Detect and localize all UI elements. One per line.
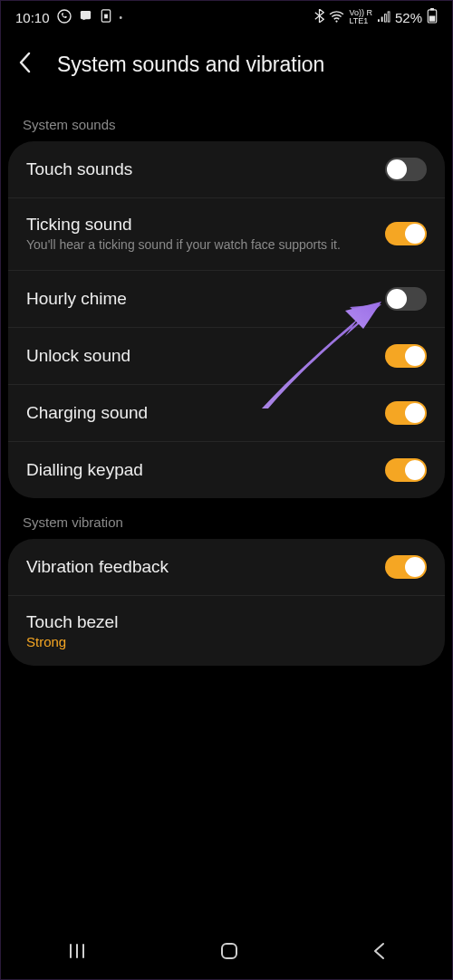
row-vibration-feedback[interactable]: Vibration feedback [8, 539, 445, 596]
toggle-touch-sounds[interactable] [385, 158, 427, 181]
back-button[interactable] [8, 46, 41, 82]
nav-back-button[interactable] [371, 941, 387, 965]
chat-icon [79, 9, 92, 25]
svg-rect-5 [378, 19, 380, 22]
status-bar: 10:10 • Vo)) RLTE1 52% [1, 1, 452, 30]
toggle-dialling-keypad[interactable] [385, 458, 427, 482]
nav-home-button[interactable] [218, 940, 240, 966]
svg-rect-11 [429, 16, 436, 22]
row-hourly-chime[interactable]: Hourly chime [8, 271, 445, 328]
battery-icon [427, 8, 438, 26]
whatsapp-icon [57, 9, 72, 26]
row-touch-bezel[interactable]: Touch bezel Strong [8, 596, 445, 666]
wifi-icon [329, 10, 344, 25]
sim-icon [100, 9, 112, 25]
signal-icon [377, 10, 390, 25]
row-sub: You'll hear a ticking sound if your watc… [26, 236, 374, 254]
section-label-vibration: System vibration [1, 498, 452, 539]
vibration-card: Vibration feedback Touch bezel Strong [8, 539, 445, 666]
page-header: System sounds and vibration [1, 30, 452, 101]
battery-percent: 52% [395, 10, 422, 25]
toggle-hourly-chime[interactable] [385, 287, 427, 311]
row-dialling-keypad[interactable]: Dialling keypad [8, 442, 445, 498]
row-title: Hourly chime [26, 289, 374, 309]
row-touch-sounds[interactable]: Touch sounds [8, 141, 445, 198]
toggle-vibration-feedback[interactable] [385, 555, 427, 579]
svg-rect-3 [104, 14, 108, 19]
row-title: Vibration feedback [26, 557, 374, 577]
svg-rect-6 [381, 16, 383, 22]
toggle-unlock-sound[interactable] [385, 344, 427, 368]
row-title: Dialling keypad [26, 460, 374, 480]
toggle-ticking-sound[interactable] [385, 222, 427, 245]
row-title: Unlock sound [26, 346, 374, 366]
status-time: 10:10 [15, 10, 50, 25]
volte-indicator: Vo)) RLTE1 [349, 9, 372, 25]
section-label-sounds: System sounds [1, 101, 452, 141]
row-unlock-sound[interactable]: Unlock sound [8, 328, 445, 385]
svg-rect-10 [430, 8, 434, 10]
page-title: System sounds and vibration [57, 53, 324, 77]
row-ticking-sound[interactable]: Ticking sound You'll hear a ticking soun… [8, 198, 445, 271]
row-title: Ticking sound [26, 215, 374, 235]
bluetooth-icon [314, 9, 324, 25]
row-value: Strong [26, 634, 416, 649]
row-title: Touch bezel [26, 612, 416, 632]
row-title: Charging sound [26, 403, 374, 423]
toggle-charging-sound[interactable] [385, 401, 427, 425]
svg-rect-7 [384, 14, 386, 21]
row-charging-sound[interactable]: Charging sound [8, 385, 445, 442]
svg-point-4 [336, 20, 338, 22]
svg-rect-8 [388, 11, 390, 21]
sounds-card: Touch sounds Ticking sound You'll hear a… [8, 141, 445, 498]
nav-recent-button[interactable] [66, 941, 88, 965]
svg-point-0 [58, 10, 71, 23]
more-dot: • [120, 13, 123, 23]
svg-rect-16 [222, 944, 236, 958]
nav-bar [1, 927, 452, 979]
row-title: Touch sounds [26, 159, 374, 179]
